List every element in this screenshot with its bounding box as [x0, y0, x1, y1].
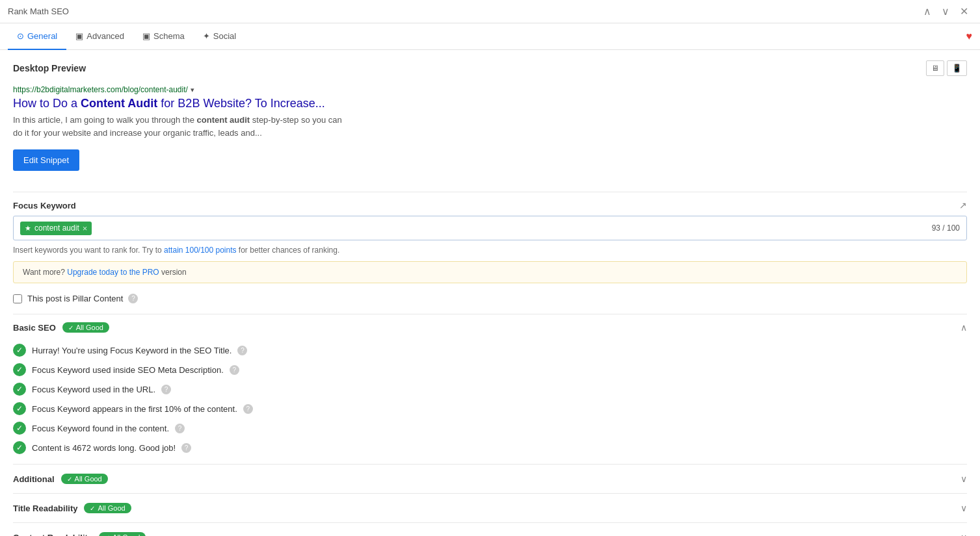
focus-keyword-section: Focus Keyword ↗	[13, 200, 967, 211]
hint-text-before: Insert keywords you want to rank for. Tr…	[13, 246, 164, 255]
check-icon-5: ✓	[13, 422, 26, 435]
additional-section[interactable]: Additional All Good ∨	[13, 464, 967, 493]
check-text-1: Hurray! You're using Focus Keyword in th…	[32, 346, 232, 355]
check-item-1: ✓ Hurray! You're using Focus Keyword in …	[13, 340, 967, 360]
hint-text-after: for better chances of ranking.	[237, 246, 340, 255]
serp-url: https://b2bdigitalmarketers.com/blog/con…	[13, 85, 967, 94]
check-help-4[interactable]: ?	[243, 404, 253, 414]
keyword-hint: Insert keywords you want to rank for. Tr…	[13, 246, 967, 255]
check-icon-6: ✓	[13, 441, 26, 454]
keyword-score: 93 / 100	[932, 223, 960, 233]
keyword-tag: ★ content audit ×	[20, 222, 92, 235]
additional-collapse-button[interactable]: ∨	[960, 474, 967, 484]
focus-keyword-label: Focus Keyword	[13, 201, 76, 211]
advanced-tab-icon: ▣	[75, 31, 83, 41]
check-text-3: Focus Keyword used in the URL.	[32, 385, 155, 394]
tab-general-label: General	[27, 31, 57, 41]
title-readability-collapse-button[interactable]: ∨	[960, 503, 967, 513]
basic-seo-collapse-button[interactable]: ∧	[960, 322, 967, 333]
check-item-5: ✓ Focus Keyword found in the content. ?	[13, 418, 967, 438]
check-text-4: Focus Keyword appears in the first 10% o…	[32, 404, 237, 414]
serp-url-arrow: ▾	[191, 86, 194, 94]
heart-icon: ♥	[966, 31, 973, 42]
keyword-input-row[interactable]: ★ content audit × 93 / 100	[13, 216, 967, 240]
basic-seo-section: Basic SEO All Good ∧	[13, 314, 967, 340]
check-text-2: Focus Keyword used inside SEO Meta Descr…	[32, 365, 224, 375]
check-icon-4: ✓	[13, 402, 26, 415]
tab-advanced-label: Advanced	[86, 31, 124, 41]
tab-social-label: Social	[213, 31, 236, 41]
tab-schema[interactable]: ▣ Schema	[133, 23, 194, 50]
divider-1	[13, 192, 967, 192]
tab-schema-label: Schema	[153, 31, 185, 41]
collapse-up-button[interactable]: ∧	[920, 4, 935, 19]
collapse-down-button[interactable]: ∨	[938, 4, 953, 19]
check-icon-1: ✓	[13, 344, 26, 357]
serp-url-text: https://b2bdigitalmarketers.com/blog/con…	[13, 85, 188, 94]
close-button[interactable]: ✕	[956, 4, 972, 19]
social-tab-icon: ✦	[203, 31, 210, 41]
serp-title-bold: Content Audit	[81, 97, 157, 110]
basic-seo-title: Basic SEO	[13, 323, 56, 333]
check-item-3: ✓ Focus Keyword used in the URL. ?	[13, 379, 967, 399]
serp-preview: https://b2bdigitalmarketers.com/blog/con…	[13, 85, 967, 139]
app-title: Rank Math SEO	[8, 6, 69, 16]
check-icon-3: ✓	[13, 383, 26, 396]
check-text-6: Content is 4672 words long. Good job!	[32, 443, 176, 453]
content-readability-title: Content Readability	[13, 533, 92, 536]
check-item-6: ✓ Content is 4672 words long. Good job! …	[13, 438, 967, 457]
basic-seo-badge: All Good	[62, 322, 109, 333]
serp-title-before: How to Do a	[13, 97, 81, 110]
pillar-label: This post is Pillar Content	[27, 294, 123, 303]
title-readability-section[interactable]: Title Readability All Good ∨	[13, 493, 967, 522]
content-readability-collapse-button[interactable]: ∨	[960, 532, 967, 536]
content-readability-left: Content Readability All Good	[13, 532, 146, 536]
pillar-checkbox[interactable]	[13, 294, 22, 303]
upgrade-text-before: Want more?	[23, 268, 67, 277]
mobile-preview-toggle[interactable]: 📱	[947, 60, 967, 76]
tabs-bar: ⊙ General ▣ Advanced ▣ Schema ✦ Social ♥	[0, 23, 980, 50]
check-item-2: ✓ Focus Keyword used inside SEO Meta Des…	[13, 360, 967, 379]
title-readability-left: Title Readability All Good	[13, 503, 131, 513]
desktop-preview-header: Desktop Preview 🖥 📱	[13, 60, 967, 76]
desktop-preview-title: Desktop Preview	[13, 63, 86, 73]
additional-title: Additional	[13, 474, 55, 484]
tab-advanced[interactable]: ▣ Advanced	[66, 23, 133, 50]
tab-social[interactable]: ✦ Social	[194, 23, 245, 50]
serp-description: In this article, I am going to walk you …	[13, 114, 351, 139]
header-controls: ∧ ∨ ✕	[920, 4, 972, 19]
content-readability-badge: All Good	[99, 532, 146, 536]
check-text-5: Focus Keyword found in the content.	[32, 424, 169, 433]
upgrade-link[interactable]: Upgrade today to the PRO	[67, 268, 159, 277]
check-help-6[interactable]: ?	[181, 443, 191, 453]
focus-keyword-expand-button[interactable]: ↗	[959, 200, 967, 211]
title-readability-title: Title Readability	[13, 504, 77, 513]
check-help-2[interactable]: ?	[230, 365, 239, 375]
schema-tab-icon: ▣	[142, 31, 150, 41]
pillar-content-row: This post is Pillar Content ?	[13, 294, 967, 303]
main-content: Desktop Preview 🖥 📱 https://b2bdigitalma…	[0, 50, 980, 536]
desktop-preview-toggle[interactable]: 🖥	[926, 60, 944, 76]
serp-desc-bold: content audit	[197, 115, 250, 125]
edit-snippet-button[interactable]: Edit Snippet	[13, 149, 79, 171]
check-icon-2: ✓	[13, 363, 26, 376]
upgrade-banner: Want more? Upgrade today to the PRO vers…	[13, 261, 967, 283]
serp-desc-before: In this article, I am going to walk you …	[13, 115, 197, 125]
general-tab-icon: ⊙	[17, 31, 24, 41]
serp-title: How to Do a Content Audit for B2B Websit…	[13, 96, 967, 111]
tab-general[interactable]: ⊙ General	[8, 23, 66, 50]
pillar-help-icon[interactable]: ?	[128, 294, 138, 303]
keyword-remove-button[interactable]: ×	[83, 223, 88, 233]
check-help-5[interactable]: ?	[175, 424, 185, 433]
upgrade-text-after: version	[159, 268, 187, 277]
content-readability-section[interactable]: Content Readability All Good ∨	[13, 522, 967, 536]
basic-seo-checks: ✓ Hurray! You're using Focus Keyword in …	[13, 340, 967, 464]
hint-link[interactable]: attain 100/100 points	[164, 246, 236, 255]
serp-title-after: for B2B Website? To Increase...	[157, 97, 324, 110]
check-item-4: ✓ Focus Keyword appears in the first 10%…	[13, 399, 967, 418]
preview-toggle-btns: 🖥 📱	[926, 60, 967, 76]
check-help-3[interactable]: ?	[161, 385, 171, 394]
check-help-1[interactable]: ?	[237, 346, 247, 355]
additional-section-left: Additional All Good	[13, 474, 108, 484]
additional-badge: All Good	[61, 474, 108, 484]
